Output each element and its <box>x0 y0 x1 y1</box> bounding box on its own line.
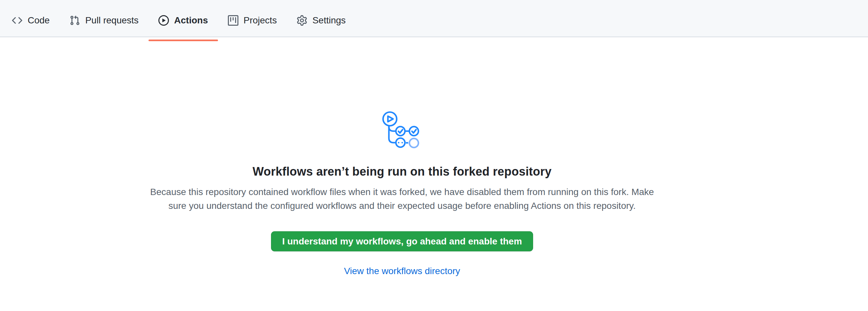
code-icon <box>12 15 22 26</box>
blankslate-description: Because this repository contained workfl… <box>150 185 654 213</box>
enable-workflows-button[interactable]: I understand my workflows, go ahead and … <box>271 231 533 251</box>
tab-actions-label: Actions <box>174 16 208 25</box>
actions-disabled-blankslate: Workflows aren’t being run on this forke… <box>0 37 804 276</box>
tab-actions[interactable]: Actions <box>149 4 218 37</box>
workflow-graph-icon <box>381 110 423 150</box>
tab-pull-requests[interactable]: Pull requests <box>60 4 149 37</box>
project-icon <box>228 15 239 26</box>
tab-projects-label: Projects <box>244 16 277 25</box>
pull-request-icon <box>69 15 80 26</box>
tab-code-label: Code <box>28 16 50 25</box>
tab-code[interactable]: Code <box>2 4 60 37</box>
view-workflows-directory-link[interactable]: View the workflows directory <box>344 266 460 276</box>
description-line-2: sure you understand the configured workf… <box>168 200 636 211</box>
play-circle-icon <box>158 15 169 26</box>
tab-settings-label: Settings <box>312 16 346 25</box>
tab-settings[interactable]: Settings <box>287 4 355 37</box>
gear-icon <box>297 15 307 26</box>
blankslate-heading: Workflows aren’t being run on this forke… <box>253 165 552 179</box>
repo-tab-bar: Code Pull requests Actions Projects <box>0 0 868 37</box>
tab-projects[interactable]: Projects <box>218 4 287 37</box>
tab-pull-requests-label: Pull requests <box>85 16 138 25</box>
description-line-1: Because this repository contained workfl… <box>150 187 654 197</box>
